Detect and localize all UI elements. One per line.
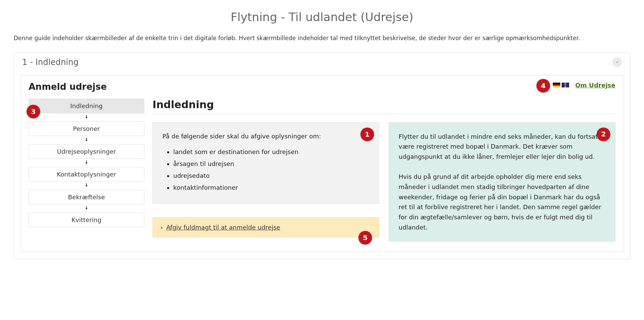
main-content: Indledning 1 På de følgende sider skal d…	[152, 99, 615, 242]
step-item-bekraeftelse[interactable]: Bekræftelse	[29, 190, 144, 204]
step-item-indledning[interactable]: Indledning	[29, 99, 144, 113]
chevron-right-icon: ›	[160, 224, 163, 231]
flag-gb-icon[interactable]	[562, 83, 569, 87]
arrow-down-icon	[29, 182, 144, 190]
arrow-down-icon	[29, 113, 144, 121]
step-item-udrejseoplysninger[interactable]: Udrejseoplysninger	[29, 144, 144, 159]
callout-bubble-5: 5	[358, 231, 372, 245]
callout-bubble-3: 3	[27, 105, 40, 118]
proxy-notice-box: › Afgiv fuldmagt til at anmelde udrejse …	[152, 217, 379, 237]
screenshot-frame: Anmeld udrejse 4 Om Udrejse 3 Indledning…	[21, 75, 623, 252]
chevron-down-icon	[615, 60, 619, 64]
arrow-down-icon	[29, 204, 144, 213]
topbar-right: 4 Om Udrejse	[553, 82, 615, 89]
info-box-rules: 2 Flytter du til udlandet i mindre end s…	[389, 122, 615, 242]
main-heading: Indledning	[152, 99, 615, 114]
accordion-header[interactable]: 1 - Indledning	[14, 53, 630, 72]
arrow-down-icon	[29, 159, 144, 167]
list-item: landet som er destinationen for udrejsen	[173, 147, 369, 157]
list-item: udrejsedato	[173, 171, 369, 181]
accordion-panel: 1 - Indledning Anmeld udrejse 4 Om Udrej…	[14, 52, 630, 259]
rules-paragraph-1: Flytter du til udlandet i mindre end sek…	[399, 132, 606, 162]
callout-bubble-2: 2	[597, 128, 610, 141]
language-flags	[553, 83, 569, 87]
info-intro-text: På de følgende sider skal du afgive oply…	[162, 132, 369, 141]
proxy-link[interactable]: Afgiv fuldmagt til at anmelde udrejse	[166, 224, 280, 231]
list-item: kontaktinformationer	[173, 183, 369, 193]
step-sidebar: 3 Indledning Personer Udrejseoplysninger…	[29, 99, 144, 227]
inner-topbar: Anmeld udrejse 4 Om Udrejse	[29, 82, 615, 92]
step-item-kvittering[interactable]: Kvittering	[29, 213, 144, 227]
step-item-kontaktoplysninger[interactable]: Kontaktoplysninger	[29, 167, 144, 182]
report-title: Anmeld udrejse	[29, 82, 107, 92]
about-link[interactable]: Om Udrejse	[575, 82, 615, 89]
step-item-personer[interactable]: Personer	[29, 121, 144, 136]
flag-de-icon[interactable]	[553, 83, 560, 87]
rules-paragraph-2: Hvis du på grund af dit arbejde opholder…	[399, 172, 606, 232]
guide-intro-text: Denne guide indeholder skærmbilleder af …	[14, 34, 630, 43]
info-box-required: 1 På de følgende sider skal du afgive op…	[152, 122, 379, 204]
list-item: årsagen til udrejsen	[173, 159, 369, 169]
callout-bubble-1: 1	[360, 128, 374, 141]
info-bullet-list: landet som er destinationen for udrejsen…	[162, 147, 369, 192]
collapse-button[interactable]	[612, 57, 622, 67]
page-title: Flytning - Til udlandet (Udrejse)	[14, 10, 630, 24]
arrow-down-icon	[29, 136, 144, 144]
accordion-title: 1 - Indledning	[22, 57, 79, 67]
callout-bubble-4: 4	[536, 79, 550, 92]
